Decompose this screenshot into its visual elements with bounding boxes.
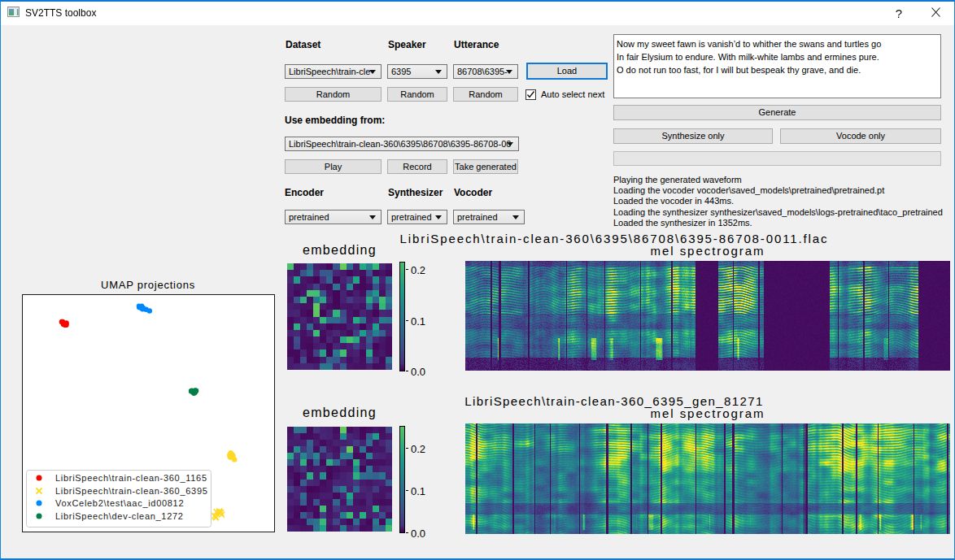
svg-text:LibriSpeech\dev-clean_1272: LibriSpeech\dev-clean_1272 [55,511,184,521]
svg-text:LibriSpeech\train-clean-360_11: LibriSpeech\train-clean-360_1165 [55,473,207,483]
svg-text:VoxCeleb2\test\aac_id00812: VoxCeleb2\test\aac_id00812 [55,498,184,508]
svg-text:LibriSpeech\train-clean-360_63: LibriSpeech\train-clean-360_6395 [55,486,208,496]
